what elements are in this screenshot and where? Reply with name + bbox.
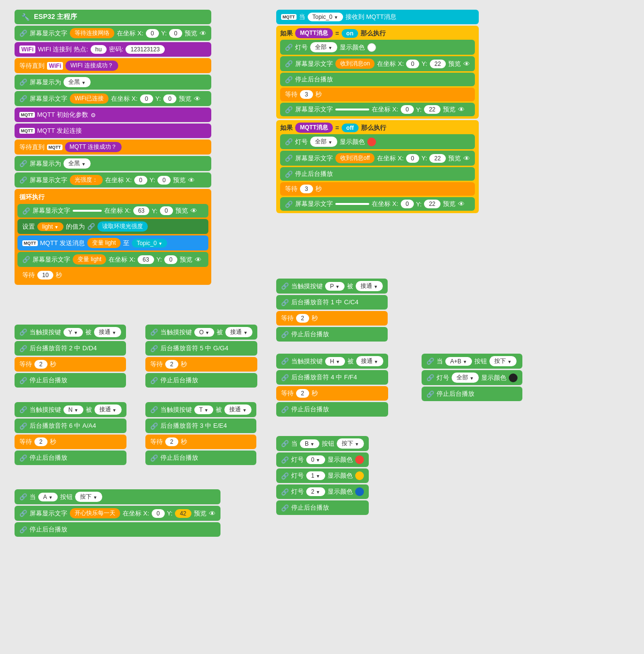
eye-icon-1[interactable] [200,30,206,37]
stop-bg-1: 🔗 停止后台播放 [280,73,475,86]
mqtt-topic-header: MQTT 当 Topic_0 接收到 MQTT消息 [276,10,479,24]
if-off-block: 如果 MQTT消息 = off 那么执行 🔗 灯号 全部 显示颜色 🔗 屏幕显示… [276,120,479,213]
screen-empty-1: 🔗 屏幕显示文字 在坐标 X: 0 Y: 22 预览 [280,103,475,116]
eye-icon-5[interactable] [195,256,202,264]
stop-bg-y: 🔗 停止后台播放 [15,373,126,388]
wait-2-sec-y: 等待 2 秒 [15,357,126,372]
loop-block: 循环执行 🔗 屏幕显示文字 在坐标 X: 63 Y: 0 预览 设置 light… [15,189,211,285]
btn-ab-group: 🔗 当 A+B 按钮 按下 🔗 灯号 全部 显示颜色 🔗 停止后台播放 [422,354,522,401]
stop-bg-n: 🔗 停止后台播放 [15,451,126,465]
eye-icon-4[interactable] [190,207,197,215]
loop-screen-light: 🔗 屏幕显示文字 变量 light 在坐标 X: 63 Y: 0 预览 [17,252,208,267]
screen-all-black-1: 🔗 屏幕显示为 全黑 [15,75,211,90]
wifi-small-icon: 🔗 [19,30,27,37]
color-dot-yellow [355,471,364,480]
eye-icon-7[interactable] [458,106,465,113]
touch-h-block: 🔗 当触摸按键 H 被 接通 [276,354,388,369]
touch-p-group: 🔗 当触摸按键 P 被 接通 🔗 后台播放音符 1 中 C/C4 等待 2 秒 … [276,279,388,342]
if-on-block: 如果 MQTT消息 = on 那么执行 🔗 灯号 全部 显示颜色 🔗 屏幕显示文… [276,26,479,119]
eye-icon-2[interactable] [194,95,201,103]
wait-2-sec-n: 等待 2 秒 [15,435,126,449]
lamp-0-red: 🔗 灯号 0 显示颜色 [276,452,369,467]
bg-play-1c: 🔗 后台播放音符 1 中 C/C4 [276,295,388,310]
color-dot-red-2 [355,455,364,464]
mqtt-send-msg: MQTT MQTT 发送消息 变量 light 至 Topic_0 [17,235,208,250]
color-dot-black [509,374,518,382]
screen-happy-text: 🔗 屏幕显示文字 开心快乐每一天 在坐标 X: 0 Y: 42 预览 [15,506,220,521]
stop-bg-p: 🔗 停止后台播放 [276,327,388,342]
lamp-2-blue: 🔗 灯号 2 显示颜色 [276,484,369,499]
loop-screen-text: 🔗 屏幕显示文字 在坐标 X: 63 Y: 0 预览 [17,204,208,218]
eye-icon-10[interactable] [209,510,216,517]
stop-bg-ab: 🔗 停止后台播放 [422,387,522,401]
color-dot-blue [355,487,364,496]
touch-n-block: 🔗 当触摸按键 N 被 接通 [15,402,126,417]
screen-empty-2: 🔗 屏幕显示文字 在坐标 X: 0 Y: 22 预览 [280,197,475,211]
stop-bg-t: 🔗 停止后台播放 [145,451,256,465]
btn-a-block: 🔗 当 A 按钮 按下 [15,489,220,504]
touch-o-group: 🔗 当触摸按键 O 被 接通 🔗 后台播放音符 5 中 G/G4 等待 2 秒 … [145,325,257,388]
btn-ab-block: 🔗 当 A+B 按钮 按下 [422,354,522,369]
touch-n-group: 🔗 当触摸按键 N 被 接通 🔗 后台播放音符 6 中 A/A4 等待 2 秒 … [15,402,126,465]
eye-icon-8[interactable] [463,155,470,162]
touch-o-block: 🔗 当触摸按键 O 被 接通 [145,325,257,340]
lamp-1-yellow: 🔗 灯号 1 显示颜色 [276,468,369,483]
lamp-show-red: 🔗 灯号 全部 显示颜色 [280,134,475,149]
touch-h-group: 🔗 当触摸按键 H 被 接通 🔗 后台播放音符 4 中 F/F4 等待 2 秒 … [276,354,388,417]
wait-3-sec-2: 等待 3 秒 [280,182,475,196]
bg-play-6a: 🔗 后台播放音符 6 中 A/A4 [15,419,126,433]
touch-t-group: 🔗 当触摸按键 T 被 接通 🔗 后台播放音符 3 中 E/E4 等待 2 秒 … [145,402,256,465]
wait-10-sec: 等待 10 秒 [17,268,208,282]
mqtt-topic-group: MQTT 当 Topic_0 接收到 MQTT消息 如果 MQTT消息 = on… [276,10,479,213]
esp32-title: ESP32 主程序 [34,13,77,21]
wait-mqtt-success: 等待直到 MQTT MQTT 连接成功？ [15,140,211,155]
set-light-value: 设置 light 的值为 🔗 读取环境光强度 [17,219,208,234]
btn-b-group: 🔗 当 B 按钮 按下 🔗 灯号 0 显示颜色 🔗 灯号 1 显示颜色 🔗 灯号… [276,436,369,515]
wait-2-sec-t: 等待 2 秒 [145,435,256,449]
screen-wait-connect: 🔗 屏幕显示文字 等待连接网络 在坐标 X: 0 Y: 0 预览 [15,26,211,41]
lamp-full-black: 🔗 灯号 全部 显示颜色 [422,370,522,385]
stop-bg-o: 🔗 停止后台播放 [145,373,257,388]
gear-icon[interactable] [91,111,96,119]
screen-receive-on: 🔗 屏幕显示文字 收到消息on 在坐标 X: 0 Y: 22 预览 [280,56,475,71]
touch-t-block: 🔗 当触摸按键 T 被 接通 [145,402,256,417]
lamp-show-white: 🔗 灯号 全部 显示颜色 [280,40,475,55]
esp32-main-group: 🔧 ESP32 主程序 🔗 屏幕显示文字 等待连接网络 在坐标 X: 0 Y: … [15,10,211,285]
eye-icon-9[interactable] [458,200,465,208]
wait-3-sec-1: 等待 3 秒 [280,88,475,101]
screen-all-black-2: 🔗 屏幕显示为 全黑 [15,156,211,171]
eye-icon-6[interactable] [463,60,470,68]
screen-light-strength: 🔗 屏幕显示文字 光强度： 在坐标 X: 0 Y: 0 预览 [15,172,211,187]
btn-b-block: 🔗 当 B 按钮 按下 [276,436,369,451]
bg-play-5g: 🔗 后台播放音符 5 中 G/G4 [145,341,257,356]
touch-y-block: 🔗 当触摸按键 Y 被 接通 [15,325,126,340]
btn-a-group: 🔗 当 A 按钮 按下 🔗 屏幕显示文字 开心快乐每一天 在坐标 X: 0 Y:… [15,489,220,537]
stop-bg-h: 🔗 停止后台播放 [276,402,388,417]
touch-p-block: 🔗 当触摸按键 P 被 接通 [276,279,388,294]
wifi-connect-block: WiFi WIFI 连接到 热点: hu 密码: 123123123 [15,42,211,57]
bg-play-3e: 🔗 后台播放音符 3 中 E/E4 [145,419,256,433]
screen-receive-off: 🔗 屏幕显示文字 收到消息off 在坐标 X: 0 Y: 22 预览 [280,151,475,166]
color-dot-red-1 [367,138,376,146]
color-dot-white-1 [367,43,376,52]
wait-2-sec-p: 等待 2 秒 [276,311,388,326]
stop-bg-2: 🔗 停止后台播放 [280,167,475,181]
stop-bg-a: 🔗 停止后台播放 [15,522,220,537]
stop-bg-b: 🔗 停止后台播放 [276,500,369,515]
mqtt-launch-block: MQTT MQTT 发起连接 [15,124,211,138]
touch-y-group: 🔗 当触摸按键 Y 被 接通 🔗 后台播放音符 2 中 D/D4 等待 2 秒 … [15,325,126,388]
screen-wifi-connected: 🔗 屏幕显示文字 WiFi已连接 在坐标 X: 0 Y: 0 预览 [15,91,211,106]
mqtt-init-block: MQTT MQTT 初始化参数 [15,108,211,122]
wait-2-sec-o: 等待 2 秒 [145,357,257,372]
bg-play-4f: 🔗 后台播放音符 4 中 F/F4 [276,370,388,385]
wait-wifi-success: 等待直到 WiFi WIFI 连接成功？ [15,58,211,73]
esp32-header: 🔧 ESP32 主程序 [15,10,211,24]
eye-icon-3[interactable] [188,176,195,184]
wait-2-sec-h: 等待 2 秒 [276,386,388,401]
bg-play-2d: 🔗 后台播放音符 2 中 D/D4 [15,341,126,356]
